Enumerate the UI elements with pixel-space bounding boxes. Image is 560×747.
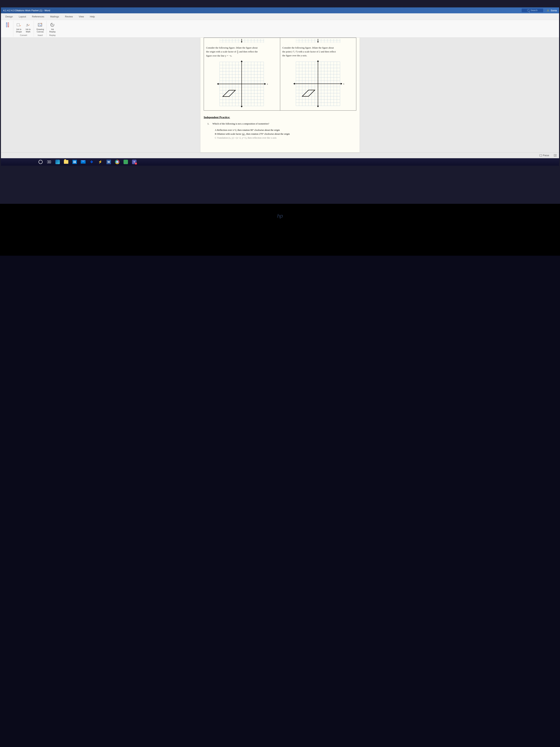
mail-icon[interactable] bbox=[81, 159, 86, 164]
answer-b: B Dilation with scale factor 12 , then r… bbox=[215, 132, 356, 136]
ribbon-tabs: Design Layout References Mailings Review… bbox=[1, 14, 559, 20]
tab-help[interactable]: Help bbox=[87, 14, 98, 20]
svg-rect-112 bbox=[49, 161, 51, 163]
problem-left-line3: figure over the line y = −x. bbox=[206, 54, 232, 57]
problem-right-cell: Consider the following figure. Dilate th… bbox=[280, 44, 356, 111]
taskbar: ❖ ⚡ W T6 bbox=[1, 158, 559, 165]
search-box[interactable]: Search bbox=[522, 8, 543, 12]
problem-right-line3: the figure over the y-axis. bbox=[283, 54, 307, 57]
focus-label: Focus bbox=[543, 154, 549, 157]
ink-to-math-button[interactable]: π Ink to Math bbox=[24, 22, 32, 33]
grid-strip-right bbox=[296, 39, 340, 43]
fraction: 12 bbox=[237, 50, 239, 54]
grid-left: x bbox=[216, 60, 268, 108]
svg-rect-111 bbox=[47, 161, 49, 163]
tab-references[interactable]: References bbox=[29, 14, 47, 20]
laptop-bezel: hp bbox=[0, 204, 560, 256]
group-insert-label: Insert bbox=[36, 34, 45, 36]
cortana-icon[interactable] bbox=[38, 159, 43, 164]
warning-icon[interactable]: ⚠ bbox=[547, 9, 549, 12]
svg-rect-4 bbox=[17, 24, 20, 26]
ink-to-math-icon: π bbox=[25, 22, 31, 28]
drawing-canvas-icon bbox=[37, 22, 43, 28]
ribbon-group-insert: Drawing Canvas Insert bbox=[34, 21, 47, 37]
ink-replay-icon bbox=[49, 22, 55, 28]
bolt-icon[interactable]: ⚡ bbox=[98, 159, 103, 164]
tab-design[interactable]: Design bbox=[2, 14, 16, 20]
task-view-icon[interactable] bbox=[47, 159, 52, 164]
tab-layout[interactable]: Layout bbox=[16, 14, 29, 20]
answer-c: C Translation (x, y)→(x−2, y+1), then re… bbox=[215, 136, 356, 140]
ribbon-group-ruler bbox=[2, 21, 14, 37]
group-replay-label: Replay bbox=[49, 34, 56, 36]
ink-to-shape-icon bbox=[16, 22, 22, 28]
focus-icon bbox=[539, 155, 542, 156]
drawing-canvas-button[interactable]: Drawing Canvas bbox=[36, 22, 45, 33]
svg-text:π: π bbox=[26, 23, 28, 26]
focus-button[interactable]: Focus bbox=[538, 154, 550, 157]
ink-to-shape-label: Ink to Shape bbox=[16, 28, 22, 33]
view-icon[interactable] bbox=[554, 154, 557, 157]
app-icon[interactable] bbox=[123, 159, 128, 164]
ink-to-math-label: Ink to Math bbox=[26, 28, 31, 33]
problem-left-line2-after: and then reflect the bbox=[239, 50, 258, 53]
tab-mailings[interactable]: Mailings bbox=[47, 14, 62, 20]
independent-practice: Independent Practice: 1. Which of the fo… bbox=[204, 116, 356, 140]
browser-icon[interactable] bbox=[115, 159, 120, 164]
document-area[interactable]: Consider the following figure. Dilate th… bbox=[1, 37, 559, 153]
document-page: Consider the following figure. Dilate th… bbox=[201, 37, 359, 153]
tab-review[interactable]: Review bbox=[62, 14, 76, 20]
teams-badge: 6 bbox=[135, 162, 137, 165]
edge-icon[interactable] bbox=[55, 159, 60, 164]
title-bar: 4.1 4.2 4.3 Dilations Work Packet (1) - … bbox=[1, 7, 559, 14]
ribbon-group-convert: Ink to Shape π Ink to Math Convert bbox=[14, 21, 34, 37]
user-name[interactable]: Sonia bbox=[551, 9, 557, 12]
drawing-canvas-label: Drawing Canvas bbox=[36, 28, 44, 33]
problem-left-line2-before: the origin with a scale factor of bbox=[206, 50, 237, 53]
ruler-icon bbox=[5, 22, 10, 28]
grid-right: x bbox=[292, 60, 344, 108]
hp-logo: hp bbox=[277, 213, 283, 219]
problem-right-line2: the point (-7,-7) with a scale factor of… bbox=[283, 50, 336, 53]
answer-a: A Reflection over x=2, then rotation 90°… bbox=[215, 128, 356, 132]
microsoft-store-icon[interactable] bbox=[72, 159, 77, 164]
problem-right-line1: Consider the following figure. Dilate th… bbox=[283, 46, 334, 49]
svg-point-2 bbox=[6, 23, 7, 24]
q1-number: 1. bbox=[207, 122, 212, 125]
group-convert-label: Convert bbox=[15, 34, 32, 36]
ribbon: Ink to Shape π Ink to Math Convert bbox=[1, 20, 559, 37]
ribbon-group-replay: Ink Replay Replay bbox=[47, 21, 58, 37]
svg-point-3 bbox=[8, 26, 8, 26]
document-title: 4.1 4.2 4.3 Dilations Work Packet (1) - … bbox=[3, 9, 522, 12]
ink-replay-button[interactable]: Ink Replay bbox=[49, 22, 56, 33]
grid-strip-left bbox=[220, 39, 264, 43]
practice-heading: Independent Practice: bbox=[204, 116, 356, 119]
dropbox-icon[interactable]: ❖ bbox=[89, 159, 94, 164]
svg-text:x: x bbox=[267, 83, 268, 85]
ink-to-shape-button[interactable]: Ink to Shape bbox=[15, 22, 23, 33]
status-bar: Focus bbox=[1, 153, 559, 158]
ruler-button[interactable] bbox=[4, 22, 11, 28]
search-placeholder: Search bbox=[531, 9, 538, 12]
search-icon bbox=[527, 9, 529, 11]
file-explorer-icon[interactable] bbox=[63, 159, 69, 164]
problem-left-line1: Consider the following figure. Dilate th… bbox=[206, 46, 258, 49]
q1-text: Which of the following is not a composit… bbox=[212, 122, 269, 125]
ink-replay-label: Ink Replay bbox=[49, 28, 56, 33]
teams-icon[interactable]: T6 bbox=[132, 159, 137, 164]
tab-view[interactable]: View bbox=[76, 14, 87, 20]
word-icon[interactable]: W bbox=[106, 159, 111, 164]
svg-text:x: x bbox=[343, 82, 344, 85]
problem-left-cell: Consider the following figure. Dilate th… bbox=[204, 44, 280, 111]
